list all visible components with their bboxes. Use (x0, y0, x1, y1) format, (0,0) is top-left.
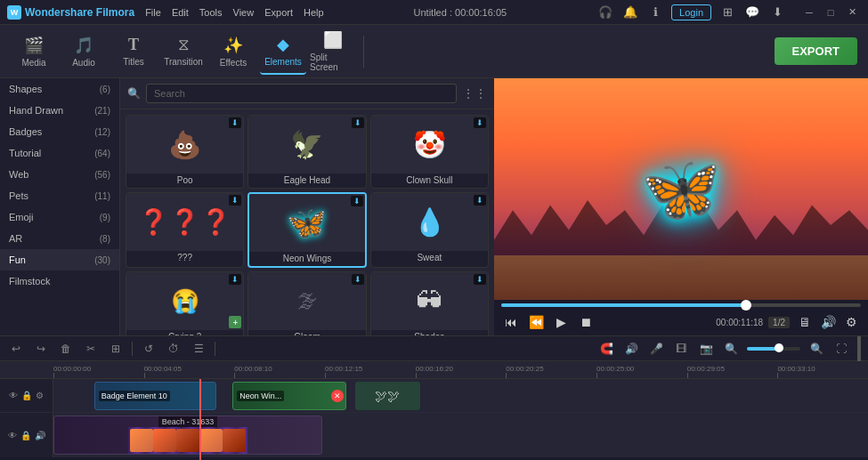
effects-icon: ✨ (223, 36, 243, 55)
timeline-handle[interactable] (857, 336, 861, 361)
list-button[interactable]: ☰ (190, 340, 207, 358)
film-button[interactable]: 🎞 (672, 340, 690, 358)
audio-snap-button[interactable]: 🔊 (622, 340, 640, 358)
clip-beach[interactable]: Beach - 31633 (53, 416, 322, 455)
clip-badge-label: Badge Element 10 (99, 391, 170, 401)
tool-transition[interactable]: ⧖ Transition (160, 28, 207, 75)
grid-view-icon[interactable]: ⋮⋮ (462, 86, 487, 101)
sidebar-item-ar[interactable]: AR (8) (0, 228, 119, 249)
minimize-button[interactable]: ─ (800, 4, 818, 21)
step-back-button[interactable]: ⏮ (501, 312, 521, 332)
close-button[interactable]: ✕ (843, 4, 861, 21)
sidebar-item-fun[interactable]: Fun (30) (0, 249, 119, 270)
grid-item-qqq[interactable]: ❓❓❓ ⬇ ??? (126, 192, 244, 268)
sidebar-item-tutorial[interactable]: Tutorial (64) (0, 142, 119, 164)
track-audio-icon[interactable]: 🔊 (35, 431, 45, 440)
track-lock-icon[interactable]: 🔒 (21, 391, 32, 400)
play-button[interactable]: ▶ (551, 312, 571, 332)
sidebar-item-shapes[interactable]: Shapes (6) (0, 78, 119, 100)
sidebar-item-badges[interactable]: Badges (12) (0, 121, 119, 142)
rotate-button[interactable]: ↺ (140, 340, 158, 358)
cut-button[interactable]: ✂ (82, 340, 100, 358)
playhead[interactable] (199, 379, 201, 460)
tool-audio[interactable]: 🎵 Audio (61, 28, 107, 75)
menu-tools[interactable]: Tools (199, 7, 223, 18)
label-crying2: Crying 2 (126, 330, 243, 335)
sidebar-count-pets: (11) (94, 191, 110, 201)
timer-button[interactable]: ⏱ (165, 340, 183, 358)
label-neon-wings: Neon Wings (249, 252, 364, 266)
monitor-icon[interactable]: 🖥 (795, 312, 815, 332)
app-name: Wondershare Filmora (25, 6, 134, 19)
grid-icon[interactable]: ⊞ (718, 4, 736, 21)
undo-button[interactable]: ↩ (7, 340, 25, 358)
grid-item-poo[interactable]: 💩 ⬇ Poo (126, 115, 244, 189)
menu-edit[interactable]: Edit (172, 7, 189, 18)
volume-icon[interactable]: 🔊 (818, 312, 838, 332)
track-body-video: Beach - 31633 (53, 413, 868, 457)
clip-badge-element[interactable]: Badge Element 10 (94, 382, 216, 410)
sidebar-item-pets[interactable]: Pets (11) (0, 185, 119, 206)
label-eagle-head: Eagle Head (248, 174, 365, 188)
grid-item-eagle-head[interactable]: 🦅 ⬇ Eagle Head (247, 115, 366, 189)
menu-view[interactable]: View (233, 7, 255, 18)
settings-icon[interactable]: ⚙ (841, 312, 861, 332)
menu-help[interactable]: Help (304, 7, 324, 18)
zoom-slider[interactable] (747, 347, 800, 351)
sidebar-item-hand-drawn[interactable]: Hand Drawn (21) (0, 100, 119, 121)
time-ratio[interactable]: 1/2 (768, 317, 790, 328)
headset-icon[interactable]: 🎧 (596, 4, 614, 21)
track-settings-icon[interactable]: ⚙ (36, 391, 44, 400)
progress-fill (501, 303, 746, 307)
label-sweat: Sweat (371, 251, 488, 265)
info-icon[interactable]: ℹ (646, 4, 664, 21)
crop-button[interactable]: ⊞ (107, 340, 125, 358)
prev-frame-button[interactable]: ⏪ (526, 312, 546, 332)
sidebar-item-web[interactable]: Web (56) (0, 164, 119, 185)
search-icon: 🔍 (127, 87, 141, 100)
mic-button[interactable]: 🎤 (647, 340, 665, 358)
sidebar-item-emoji[interactable]: Emoji (9) (0, 206, 119, 228)
download-icon[interactable]: ⬇ (768, 4, 786, 21)
grid-item-neon-wings[interactable]: 🦋 ⬇ Neon Wings (247, 192, 366, 268)
sidebar-item-filmstock[interactable]: Filmstock (0, 270, 119, 292)
menu-file[interactable]: File (145, 7, 161, 18)
clip-neonwings-label: Neon Win... (237, 391, 284, 401)
audio-icon: 🎵 (74, 36, 93, 55)
thumb-poo: 💩 ⬇ (126, 116, 243, 174)
speech-icon[interactable]: 💬 (743, 4, 761, 21)
bell-icon[interactable]: 🔔 (621, 4, 639, 21)
grid-item-sweat[interactable]: 💧 ⬇ Sweat (370, 192, 489, 268)
video-controls-row: ⏮ ⏪ ▶ ⏹ 00:00:11:18 1/2 🖥 🔊 ⚙ (501, 312, 861, 332)
zoom-in-button[interactable]: 🔍 (807, 340, 825, 358)
sidebar-count-shapes: (6) (100, 85, 110, 94)
delete-button[interactable]: 🗑 (57, 340, 75, 358)
tool-titles[interactable]: T Titles (110, 28, 157, 75)
camera-button[interactable]: 📷 (697, 340, 715, 358)
grid-item-gloom[interactable]: 🌫 ⬇ Gloom (247, 271, 366, 335)
grid-item-shades[interactable]: 🕶 ⬇ Shades (370, 271, 489, 335)
export-button[interactable]: EXPORT (775, 37, 857, 65)
menu-export[interactable]: Export (264, 7, 293, 18)
tool-split-screen[interactable]: ⬜ Split Screen (310, 28, 356, 75)
grid-item-crying2[interactable]: 😭 ⬇ + Crying 2 (126, 271, 244, 335)
tool-media[interactable]: 🎬 Media (11, 28, 57, 75)
track-vis-icon[interactable]: 👁 (9, 391, 18, 400)
stop-button[interactable]: ⏹ (576, 312, 596, 332)
clip-neon-wings[interactable]: Neon Win... ✕ (232, 382, 346, 410)
grid-item-clown-skull[interactable]: 🤡 ⬇ Clown Skull (370, 115, 489, 189)
clip-wing-anim[interactable]: 🕊🕊 (355, 382, 420, 410)
clip-join-indicator: ✕ (331, 390, 344, 402)
track-vis-video-icon[interactable]: 👁 (8, 431, 17, 440)
video-progress-bar[interactable] (501, 303, 861, 307)
tool-effects[interactable]: ✨ Effects (210, 28, 256, 75)
redo-button[interactable]: ↪ (32, 340, 50, 358)
snap-button[interactable]: 🧲 (597, 340, 615, 358)
search-input[interactable] (146, 84, 457, 103)
fullscreen-button[interactable]: ⛶ (832, 340, 850, 358)
track-lock-video-icon[interactable]: 🔒 (20, 431, 31, 440)
login-button[interactable]: Login (671, 4, 711, 20)
zoom-out-button[interactable]: 🔍 (722, 340, 740, 358)
tool-elements[interactable]: ◆ Elements (260, 28, 306, 75)
maximize-button[interactable]: □ (822, 4, 840, 21)
